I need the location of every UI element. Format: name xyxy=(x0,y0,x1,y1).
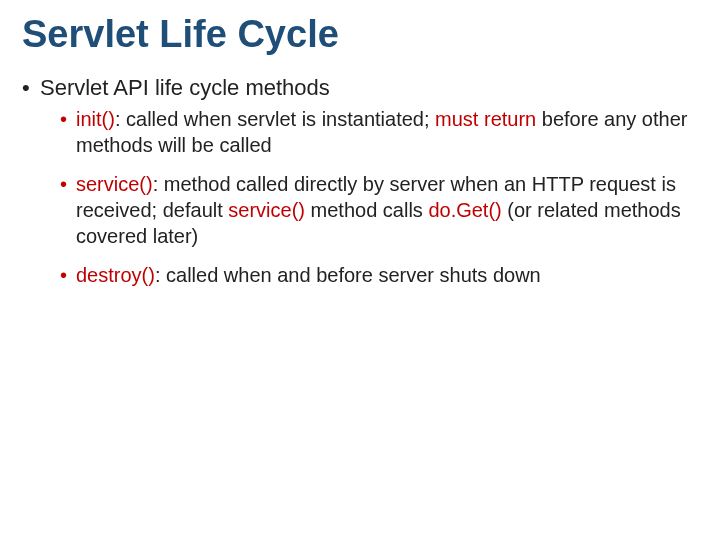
sub-bullet-init: init(): called when servlet is instantia… xyxy=(60,107,692,158)
top-list: Servlet API life cycle methods init(): c… xyxy=(22,74,692,289)
sub-list: init(): called when servlet is instantia… xyxy=(60,107,692,289)
inline-method: service() xyxy=(228,199,305,221)
emphasis: must return xyxy=(435,108,536,130)
method-name: destroy() xyxy=(76,264,155,286)
sep: : xyxy=(115,108,126,130)
method-name: init() xyxy=(76,108,115,130)
inline-method: do.Get() xyxy=(428,199,501,221)
text: method calls xyxy=(305,199,428,221)
top-bullet: Servlet API life cycle methods init(): c… xyxy=(22,74,692,289)
sep: : xyxy=(155,264,166,286)
page-title: Servlet Life Cycle xyxy=(22,14,692,56)
method-name: service() xyxy=(76,173,153,195)
sep: : xyxy=(153,173,164,195)
top-bullet-text: Servlet API life cycle methods xyxy=(40,75,330,100)
text: called when servlet is instantiated; xyxy=(126,108,435,130)
sub-bullet-destroy: destroy(): called when and before server… xyxy=(60,263,692,289)
text: called when and before server shuts down xyxy=(166,264,541,286)
slide: Servlet Life Cycle Servlet API life cycl… xyxy=(0,0,720,540)
sub-bullet-service: service(): method called directly by ser… xyxy=(60,172,692,249)
